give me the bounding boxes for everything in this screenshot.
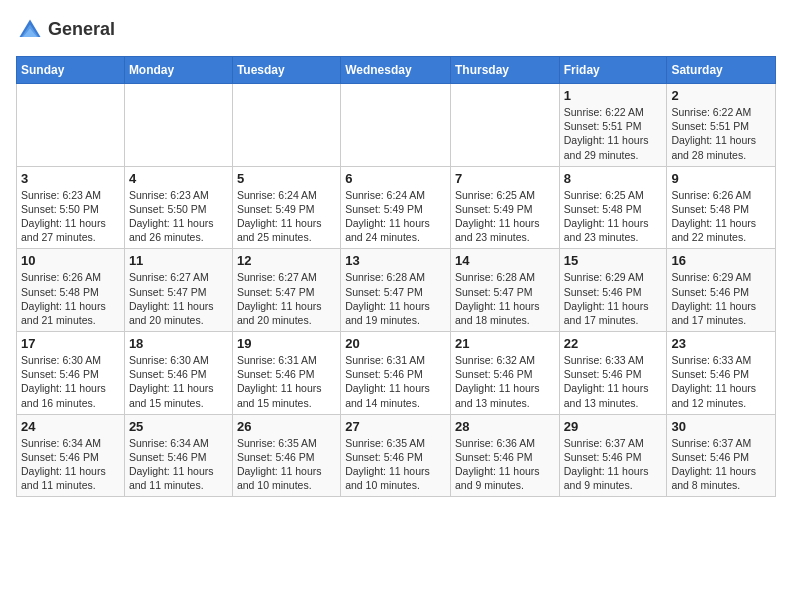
calendar-cell: 11Sunrise: 6:27 AM Sunset: 5:47 PM Dayli…	[124, 249, 232, 332]
day-info: Sunrise: 6:23 AM Sunset: 5:50 PM Dayligh…	[129, 188, 228, 245]
day-number: 12	[237, 253, 336, 268]
day-number: 10	[21, 253, 120, 268]
day-info: Sunrise: 6:33 AM Sunset: 5:46 PM Dayligh…	[671, 353, 771, 410]
day-info: Sunrise: 6:29 AM Sunset: 5:46 PM Dayligh…	[564, 270, 663, 327]
logo-text: General	[48, 20, 115, 40]
day-info: Sunrise: 6:31 AM Sunset: 5:46 PM Dayligh…	[345, 353, 446, 410]
calendar-cell: 2Sunrise: 6:22 AM Sunset: 5:51 PM Daylig…	[667, 84, 776, 167]
day-number: 16	[671, 253, 771, 268]
day-number: 2	[671, 88, 771, 103]
day-number: 20	[345, 336, 446, 351]
day-number: 15	[564, 253, 663, 268]
day-number: 29	[564, 419, 663, 434]
day-number: 19	[237, 336, 336, 351]
day-info: Sunrise: 6:26 AM Sunset: 5:48 PM Dayligh…	[671, 188, 771, 245]
calendar-cell: 26Sunrise: 6:35 AM Sunset: 5:46 PM Dayli…	[232, 414, 340, 497]
day-number: 6	[345, 171, 446, 186]
calendar-cell: 12Sunrise: 6:27 AM Sunset: 5:47 PM Dayli…	[232, 249, 340, 332]
calendar-week-row: 24Sunrise: 6:34 AM Sunset: 5:46 PM Dayli…	[17, 414, 776, 497]
calendar-cell: 22Sunrise: 6:33 AM Sunset: 5:46 PM Dayli…	[559, 332, 667, 415]
calendar-cell	[341, 84, 451, 167]
day-info: Sunrise: 6:22 AM Sunset: 5:51 PM Dayligh…	[564, 105, 663, 162]
day-info: Sunrise: 6:27 AM Sunset: 5:47 PM Dayligh…	[129, 270, 228, 327]
day-of-week-header: Monday	[124, 57, 232, 84]
calendar-week-row: 10Sunrise: 6:26 AM Sunset: 5:48 PM Dayli…	[17, 249, 776, 332]
day-of-week-header: Saturday	[667, 57, 776, 84]
day-info: Sunrise: 6:32 AM Sunset: 5:46 PM Dayligh…	[455, 353, 555, 410]
calendar-cell: 15Sunrise: 6:29 AM Sunset: 5:46 PM Dayli…	[559, 249, 667, 332]
calendar-cell: 30Sunrise: 6:37 AM Sunset: 5:46 PM Dayli…	[667, 414, 776, 497]
day-of-week-header: Friday	[559, 57, 667, 84]
calendar-cell: 10Sunrise: 6:26 AM Sunset: 5:48 PM Dayli…	[17, 249, 125, 332]
calendar-cell: 21Sunrise: 6:32 AM Sunset: 5:46 PM Dayli…	[450, 332, 559, 415]
day-info: Sunrise: 6:25 AM Sunset: 5:48 PM Dayligh…	[564, 188, 663, 245]
day-info: Sunrise: 6:37 AM Sunset: 5:46 PM Dayligh…	[564, 436, 663, 493]
day-number: 5	[237, 171, 336, 186]
day-number: 21	[455, 336, 555, 351]
day-info: Sunrise: 6:29 AM Sunset: 5:46 PM Dayligh…	[671, 270, 771, 327]
calendar-cell	[124, 84, 232, 167]
calendar-cell: 18Sunrise: 6:30 AM Sunset: 5:46 PM Dayli…	[124, 332, 232, 415]
calendar-cell: 17Sunrise: 6:30 AM Sunset: 5:46 PM Dayli…	[17, 332, 125, 415]
day-number: 17	[21, 336, 120, 351]
day-info: Sunrise: 6:22 AM Sunset: 5:51 PM Dayligh…	[671, 105, 771, 162]
day-number: 11	[129, 253, 228, 268]
calendar-cell: 6Sunrise: 6:24 AM Sunset: 5:49 PM Daylig…	[341, 166, 451, 249]
day-of-week-header: Tuesday	[232, 57, 340, 84]
page-header: General	[16, 16, 776, 44]
day-number: 13	[345, 253, 446, 268]
calendar-cell: 9Sunrise: 6:26 AM Sunset: 5:48 PM Daylig…	[667, 166, 776, 249]
calendar-cell: 20Sunrise: 6:31 AM Sunset: 5:46 PM Dayli…	[341, 332, 451, 415]
day-number: 9	[671, 171, 771, 186]
day-number: 24	[21, 419, 120, 434]
calendar-cell	[232, 84, 340, 167]
day-info: Sunrise: 6:24 AM Sunset: 5:49 PM Dayligh…	[345, 188, 446, 245]
day-info: Sunrise: 6:36 AM Sunset: 5:46 PM Dayligh…	[455, 436, 555, 493]
calendar-cell: 13Sunrise: 6:28 AM Sunset: 5:47 PM Dayli…	[341, 249, 451, 332]
calendar-cell: 28Sunrise: 6:36 AM Sunset: 5:46 PM Dayli…	[450, 414, 559, 497]
day-info: Sunrise: 6:35 AM Sunset: 5:46 PM Dayligh…	[345, 436, 446, 493]
day-info: Sunrise: 6:25 AM Sunset: 5:49 PM Dayligh…	[455, 188, 555, 245]
logo: General	[16, 16, 115, 44]
calendar-cell	[17, 84, 125, 167]
day-number: 7	[455, 171, 555, 186]
calendar-cell: 25Sunrise: 6:34 AM Sunset: 5:46 PM Dayli…	[124, 414, 232, 497]
day-info: Sunrise: 6:31 AM Sunset: 5:46 PM Dayligh…	[237, 353, 336, 410]
day-info: Sunrise: 6:26 AM Sunset: 5:48 PM Dayligh…	[21, 270, 120, 327]
day-number: 18	[129, 336, 228, 351]
day-number: 26	[237, 419, 336, 434]
calendar-cell: 27Sunrise: 6:35 AM Sunset: 5:46 PM Dayli…	[341, 414, 451, 497]
day-info: Sunrise: 6:24 AM Sunset: 5:49 PM Dayligh…	[237, 188, 336, 245]
day-number: 3	[21, 171, 120, 186]
calendar-cell: 19Sunrise: 6:31 AM Sunset: 5:46 PM Dayli…	[232, 332, 340, 415]
logo-icon	[16, 16, 44, 44]
calendar-cell	[450, 84, 559, 167]
calendar-cell: 7Sunrise: 6:25 AM Sunset: 5:49 PM Daylig…	[450, 166, 559, 249]
calendar-week-row: 3Sunrise: 6:23 AM Sunset: 5:50 PM Daylig…	[17, 166, 776, 249]
calendar-cell: 1Sunrise: 6:22 AM Sunset: 5:51 PM Daylig…	[559, 84, 667, 167]
calendar-week-row: 1Sunrise: 6:22 AM Sunset: 5:51 PM Daylig…	[17, 84, 776, 167]
calendar-cell: 14Sunrise: 6:28 AM Sunset: 5:47 PM Dayli…	[450, 249, 559, 332]
calendar-cell: 24Sunrise: 6:34 AM Sunset: 5:46 PM Dayli…	[17, 414, 125, 497]
calendar-cell: 16Sunrise: 6:29 AM Sunset: 5:46 PM Dayli…	[667, 249, 776, 332]
calendar-cell: 29Sunrise: 6:37 AM Sunset: 5:46 PM Dayli…	[559, 414, 667, 497]
day-number: 8	[564, 171, 663, 186]
day-number: 1	[564, 88, 663, 103]
day-info: Sunrise: 6:30 AM Sunset: 5:46 PM Dayligh…	[21, 353, 120, 410]
day-info: Sunrise: 6:27 AM Sunset: 5:47 PM Dayligh…	[237, 270, 336, 327]
day-number: 25	[129, 419, 228, 434]
day-info: Sunrise: 6:34 AM Sunset: 5:46 PM Dayligh…	[21, 436, 120, 493]
day-number: 27	[345, 419, 446, 434]
day-info: Sunrise: 6:35 AM Sunset: 5:46 PM Dayligh…	[237, 436, 336, 493]
day-info: Sunrise: 6:37 AM Sunset: 5:46 PM Dayligh…	[671, 436, 771, 493]
day-number: 4	[129, 171, 228, 186]
day-number: 23	[671, 336, 771, 351]
calendar-cell: 4Sunrise: 6:23 AM Sunset: 5:50 PM Daylig…	[124, 166, 232, 249]
calendar-cell: 23Sunrise: 6:33 AM Sunset: 5:46 PM Dayli…	[667, 332, 776, 415]
day-info: Sunrise: 6:30 AM Sunset: 5:46 PM Dayligh…	[129, 353, 228, 410]
day-info: Sunrise: 6:28 AM Sunset: 5:47 PM Dayligh…	[455, 270, 555, 327]
day-of-week-header: Thursday	[450, 57, 559, 84]
day-info: Sunrise: 6:34 AM Sunset: 5:46 PM Dayligh…	[129, 436, 228, 493]
calendar-week-row: 17Sunrise: 6:30 AM Sunset: 5:46 PM Dayli…	[17, 332, 776, 415]
calendar-table: SundayMondayTuesdayWednesdayThursdayFrid…	[16, 56, 776, 497]
